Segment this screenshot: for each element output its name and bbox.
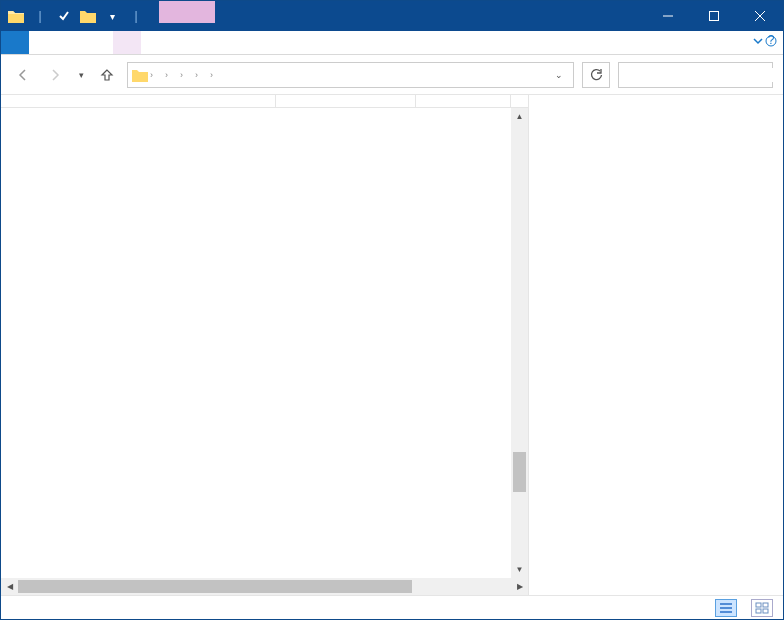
breadcrumb[interactable]: › › › › › ⌄	[127, 62, 574, 88]
horizontal-scrollbar[interactable]: ◀ ▶	[1, 578, 528, 595]
minimize-button[interactable]	[645, 1, 691, 31]
search-input[interactable]	[631, 68, 781, 82]
back-button[interactable]	[11, 63, 35, 87]
tab-view[interactable]	[85, 31, 113, 54]
qat-separator-2: |	[125, 5, 147, 27]
crumb-2[interactable]	[185, 73, 193, 77]
contextual-tab-header	[159, 1, 215, 23]
content: ▲ ▼ ◀ ▶	[1, 95, 783, 595]
qat-folder-icon[interactable]	[5, 5, 27, 27]
svg-rect-6	[756, 609, 761, 613]
scroll-thumb[interactable]	[513, 452, 526, 492]
qat-check-icon[interactable]	[53, 5, 75, 27]
tab-app-tools[interactable]	[113, 31, 141, 54]
scroll-thumb-h[interactable]	[18, 580, 412, 593]
crumb-0[interactable]	[155, 73, 163, 77]
history-dropdown[interactable]: ▾	[75, 63, 87, 87]
qat-overflow[interactable]: ▾	[101, 5, 123, 27]
search-box[interactable]	[618, 62, 773, 88]
column-headers	[1, 95, 528, 108]
scroll-track[interactable]	[511, 125, 528, 561]
chevron-right-icon[interactable]: ›	[180, 70, 183, 80]
view-details-button[interactable]	[715, 599, 737, 617]
chevron-right-icon[interactable]: ›	[195, 70, 198, 80]
crumb-3[interactable]	[200, 73, 208, 77]
chevron-right-icon[interactable]: ›	[150, 70, 153, 80]
svg-text:?: ?	[768, 35, 775, 47]
scroll-right-button[interactable]: ▶	[511, 578, 528, 595]
refresh-button[interactable]	[582, 62, 610, 88]
scroll-down-button[interactable]: ▼	[511, 561, 528, 578]
titlebar: | ▾ |	[1, 1, 783, 31]
drive-icon	[132, 67, 148, 83]
crumb-1[interactable]	[170, 73, 178, 77]
file-list: ▲ ▼	[1, 108, 528, 578]
svg-rect-7	[763, 609, 768, 613]
crumb-4[interactable]	[215, 73, 223, 77]
svg-rect-0	[710, 12, 719, 21]
view-icons-button[interactable]	[751, 599, 773, 617]
scroll-up-button[interactable]: ▲	[511, 108, 528, 125]
col-name[interactable]	[1, 95, 276, 107]
forward-button[interactable]	[43, 63, 67, 87]
file-list-pane: ▲ ▼ ◀ ▶	[1, 95, 529, 595]
up-button[interactable]	[95, 63, 119, 87]
window-controls	[645, 1, 783, 31]
scroll-track-h[interactable]	[18, 578, 511, 595]
tab-share[interactable]	[57, 31, 85, 54]
preview-pane	[529, 95, 783, 595]
chevron-right-icon[interactable]: ›	[165, 70, 168, 80]
quick-access-toolbar: | ▾ |	[1, 1, 151, 31]
tab-file[interactable]	[1, 31, 29, 54]
svg-rect-4	[756, 603, 761, 607]
navbar: ▾ › › › › › ⌄	[1, 55, 783, 95]
scroll-left-button[interactable]: ◀	[1, 578, 18, 595]
qat-separator: |	[29, 5, 51, 27]
maximize-button[interactable]	[691, 1, 737, 31]
chevron-right-icon[interactable]: ›	[210, 70, 213, 80]
col-date[interactable]	[276, 95, 416, 107]
close-button[interactable]	[737, 1, 783, 31]
svg-rect-5	[763, 603, 768, 607]
breadcrumb-dropdown[interactable]: ⌄	[549, 70, 569, 80]
tab-home[interactable]	[29, 31, 57, 54]
qat-folder2-icon[interactable]	[77, 5, 99, 27]
statusbar	[1, 595, 783, 619]
col-type[interactable]	[416, 95, 511, 107]
ribbon-expand[interactable]: ?	[753, 35, 777, 47]
ribbon: ?	[1, 31, 783, 55]
vertical-scrollbar[interactable]: ▲ ▼	[511, 108, 528, 578]
